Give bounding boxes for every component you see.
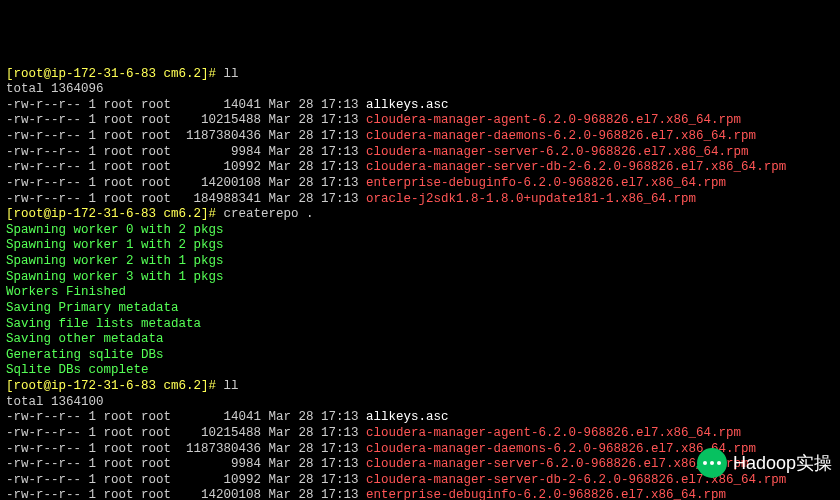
terminal-line: total 1364100: [6, 395, 834, 411]
shell-prompt: [root@ip-172-31-6-83 cm6.2]#: [6, 379, 224, 393]
terminal-line: Spawning worker 0 with 2 pkgs: [6, 223, 834, 239]
file-name: cloudera-manager-daemons-6.2.0-968826.el…: [366, 129, 756, 143]
terminal-line: -rw-r--r-- 1 root root 14041 Mar 28 17:1…: [6, 98, 834, 114]
shell-prompt: [root@ip-172-31-6-83 cm6.2]#: [6, 207, 224, 221]
output-line: Saving Primary metadata: [6, 301, 179, 315]
file-name: allkeys.asc: [366, 410, 449, 424]
command-text: ll: [224, 67, 239, 81]
terminal-line: [root@ip-172-31-6-83 cm6.2]# ll: [6, 379, 834, 395]
terminal-line: Generating sqlite DBs: [6, 348, 834, 364]
output-line: Saving other metadata: [6, 332, 164, 346]
terminal-line: Saving file lists metadata: [6, 317, 834, 333]
file-name: cloudera-manager-server-6.2.0-968826.el7…: [366, 145, 749, 159]
terminal-line: Saving Primary metadata: [6, 301, 834, 317]
terminal-line: Sqlite DBs complete: [6, 363, 834, 379]
terminal-line: Workers Finished: [6, 285, 834, 301]
output-line: Spawning worker 0 with 2 pkgs: [6, 223, 224, 237]
terminal-line: -rw-r--r-- 1 root root 14041 Mar 28 17:1…: [6, 410, 834, 426]
terminal-line: Spawning worker 1 with 2 pkgs: [6, 238, 834, 254]
terminal-line: -rw-r--r-- 1 root root 1187380436 Mar 28…: [6, 129, 834, 145]
terminal-line: Spawning worker 3 with 1 pkgs: [6, 270, 834, 286]
file-name: allkeys.asc: [366, 98, 449, 112]
watermark: Hadoop实操: [697, 448, 832, 478]
terminal-line: -rw-r--r-- 1 root root 10215488 Mar 28 1…: [6, 426, 834, 442]
terminal-line: -rw-r--r-- 1 root root 10215488 Mar 28 1…: [6, 113, 834, 129]
file-name: cloudera-manager-agent-6.2.0-968826.el7.…: [366, 426, 741, 440]
wechat-icon: [697, 448, 727, 478]
terminal-line: [root@ip-172-31-6-83 cm6.2]# createrepo …: [6, 207, 834, 223]
output-line: Workers Finished: [6, 285, 126, 299]
output-line: Sqlite DBs complete: [6, 363, 149, 377]
output-line: Saving file lists metadata: [6, 317, 201, 331]
file-name: enterprise-debuginfo-6.2.0-968826.el7.x8…: [366, 176, 726, 190]
command-text: ll: [224, 379, 239, 393]
terminal-line: [root@ip-172-31-6-83 cm6.2]# ll: [6, 67, 834, 83]
terminal-line: -rw-r--r-- 1 root root 14200108 Mar 28 1…: [6, 176, 834, 192]
output-line: Generating sqlite DBs: [6, 348, 164, 362]
file-name: enterprise-debuginfo-6.2.0-968826.el7.x8…: [366, 488, 726, 500]
terminal-output[interactable]: [root@ip-172-31-6-83 cm6.2]# lltotal 136…: [6, 67, 834, 501]
file-name: cloudera-manager-agent-6.2.0-968826.el7.…: [366, 113, 741, 127]
file-name: cloudera-manager-server-db-2-6.2.0-96882…: [366, 160, 786, 174]
total-line: total 1364096: [6, 82, 104, 96]
total-line: total 1364100: [6, 395, 104, 409]
terminal-line: -rw-r--r-- 1 root root 10992 Mar 28 17:1…: [6, 160, 834, 176]
terminal-line: Spawning worker 2 with 1 pkgs: [6, 254, 834, 270]
watermark-text: Hadoop实操: [733, 452, 832, 475]
terminal-line: -rw-r--r-- 1 root root 14200108 Mar 28 1…: [6, 488, 834, 500]
terminal-line: Saving other metadata: [6, 332, 834, 348]
shell-prompt: [root@ip-172-31-6-83 cm6.2]#: [6, 67, 224, 81]
output-line: Spawning worker 2 with 1 pkgs: [6, 254, 224, 268]
command-text: createrepo .: [224, 207, 314, 221]
output-line: Spawning worker 1 with 2 pkgs: [6, 238, 224, 252]
output-line: Spawning worker 3 with 1 pkgs: [6, 270, 224, 284]
terminal-line: -rw-r--r-- 1 root root 9984 Mar 28 17:13…: [6, 145, 834, 161]
terminal-line: -rw-r--r-- 1 root root 184988341 Mar 28 …: [6, 192, 834, 208]
file-name: oracle-j2sdk1.8-1.8.0+update181-1.x86_64…: [366, 192, 696, 206]
terminal-line: total 1364096: [6, 82, 834, 98]
